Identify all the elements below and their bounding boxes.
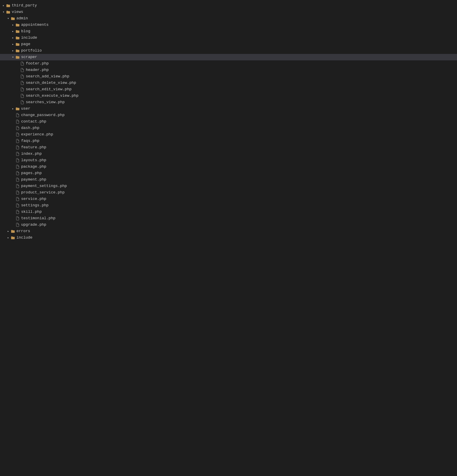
item-label: include xyxy=(16,235,33,241)
tree-item-upgrade_php[interactable]: upgrade.php xyxy=(0,222,457,228)
tree-item-feature_php[interactable]: feature.php xyxy=(0,144,457,151)
tree-item-package_php[interactable]: package.php xyxy=(0,164,457,170)
tree-item-header_php[interactable]: header.php xyxy=(0,67,457,73)
item-label: upgrade.php xyxy=(21,222,46,228)
folder-icon xyxy=(6,3,11,8)
tree-item-search_delete_view_php[interactable]: search_delete_view.php xyxy=(0,80,457,86)
tree-item-include[interactable]: include xyxy=(0,35,457,41)
item-label: testimonial.php xyxy=(21,215,55,221)
expand-arrow-closed xyxy=(11,48,15,53)
item-label: page xyxy=(21,41,30,47)
file-icon xyxy=(20,100,25,105)
expand-arrow-closed xyxy=(11,42,15,47)
tree-item-search_add_view_php[interactable]: search_add_view.php xyxy=(0,73,457,80)
file-icon xyxy=(20,61,25,66)
tree-item-product_service_php[interactable]: product_service.php xyxy=(0,189,457,196)
file-icon xyxy=(20,93,25,98)
item-label: header.php xyxy=(26,67,49,73)
file-icon xyxy=(15,139,20,143)
tree-item-service_php[interactable]: service.php xyxy=(0,196,457,202)
item-label: third_party xyxy=(12,3,37,8)
item-label: admin xyxy=(16,16,28,21)
item-label: searches_view.php xyxy=(26,99,65,105)
tree-item-user[interactable]: user xyxy=(0,106,457,112)
tree-item-search_execute_view_php[interactable]: search_execute_view.php xyxy=(0,93,457,99)
tree-item-third_party[interactable]: third_party xyxy=(0,2,457,9)
file-icon xyxy=(20,74,25,79)
file-icon xyxy=(20,68,25,72)
item-label: search_execute_view.php xyxy=(26,93,78,99)
expand-arrow-closed xyxy=(11,23,15,27)
file-icon xyxy=(20,81,25,85)
item-label: service.php xyxy=(21,196,46,202)
expand-arrow-closed xyxy=(11,29,15,34)
file-icon xyxy=(15,145,20,150)
folder-icon xyxy=(11,229,15,234)
tree-item-search_edit_view_php[interactable]: search_edit_view.php xyxy=(0,86,457,93)
item-label: user xyxy=(21,106,30,112)
item-label: experience.php xyxy=(21,132,53,137)
folder-icon xyxy=(15,35,20,40)
tree-item-settings_php[interactable]: settings.php xyxy=(0,202,457,209)
file-icon xyxy=(15,216,20,221)
tree-item-contact_php[interactable]: contact.php xyxy=(0,118,457,125)
item-label: change_password.php xyxy=(21,112,65,118)
file-icon xyxy=(15,119,20,124)
tree-item-layouts_php[interactable]: layouts.php xyxy=(0,157,457,164)
expand-arrow-closed xyxy=(6,229,11,234)
file-icon xyxy=(15,171,20,176)
tree-item-blog[interactable]: blog xyxy=(0,28,457,35)
file-icon xyxy=(20,87,25,92)
file-icon xyxy=(15,126,20,130)
tree-item-errors[interactable]: errors xyxy=(0,228,457,234)
expand-arrow-closed xyxy=(11,35,15,40)
item-label: search_delete_view.php xyxy=(26,80,76,86)
tree-item-scraper[interactable]: scraper xyxy=(0,54,457,60)
item-label: errors xyxy=(16,228,30,234)
file-tree: third_party views admin appointments blo… xyxy=(0,2,457,241)
tree-item-change_password_php[interactable]: change_password.php xyxy=(0,112,457,118)
tree-item-payment_php[interactable]: payment.php xyxy=(0,176,457,183)
file-icon xyxy=(15,152,20,156)
file-icon xyxy=(15,184,20,188)
tree-item-admin[interactable]: admin xyxy=(0,15,457,22)
file-icon xyxy=(15,190,20,195)
item-label: scraper xyxy=(21,54,37,60)
tree-item-include_root[interactable]: include xyxy=(0,234,457,241)
file-icon xyxy=(15,222,20,227)
item-label: views xyxy=(12,9,23,15)
tree-item-page[interactable]: page xyxy=(0,41,457,47)
tree-item-skill_php[interactable]: skill.php xyxy=(0,209,457,215)
item-label: dash.php xyxy=(21,125,39,131)
item-label: payment.php xyxy=(21,177,46,183)
file-icon xyxy=(15,210,20,214)
item-label: portfolio xyxy=(21,48,42,54)
tree-item-dash_php[interactable]: dash.php xyxy=(0,125,457,131)
file-icon xyxy=(15,113,20,118)
tree-item-index_php[interactable]: index.php xyxy=(0,151,457,157)
folder-icon xyxy=(11,235,15,240)
tree-item-portfolio[interactable]: portfolio xyxy=(0,47,457,54)
file-icon xyxy=(15,132,20,137)
item-label: index.php xyxy=(21,151,42,157)
file-icon xyxy=(15,203,20,208)
tree-item-pages_php[interactable]: pages.php xyxy=(0,170,457,176)
tree-item-appointments[interactable]: appointments xyxy=(0,22,457,28)
item-label: include xyxy=(21,35,37,41)
tree-item-experience_php[interactable]: experience.php xyxy=(0,131,457,138)
tree-item-testimonial_php[interactable]: testimonial.php xyxy=(0,215,457,222)
tree-item-footer_php[interactable]: footer.php xyxy=(0,60,457,67)
folder-icon xyxy=(15,48,20,53)
tree-item-searches_view_php[interactable]: searches_view.php xyxy=(0,99,457,106)
file-icon xyxy=(15,158,20,163)
tree-item-views[interactable]: views xyxy=(0,9,457,15)
expand-arrow-closed xyxy=(11,106,15,111)
expand-arrow-closed xyxy=(1,3,6,8)
expand-arrow-closed xyxy=(6,235,11,240)
expand-arrow-open xyxy=(1,10,6,14)
folder-icon xyxy=(15,29,20,34)
tree-item-payment_settings_php[interactable]: payment_settings.php xyxy=(0,183,457,189)
item-label: footer.php xyxy=(26,61,49,67)
folder-icon xyxy=(11,16,15,21)
tree-item-faqs_php[interactable]: faqs.php xyxy=(0,138,457,144)
